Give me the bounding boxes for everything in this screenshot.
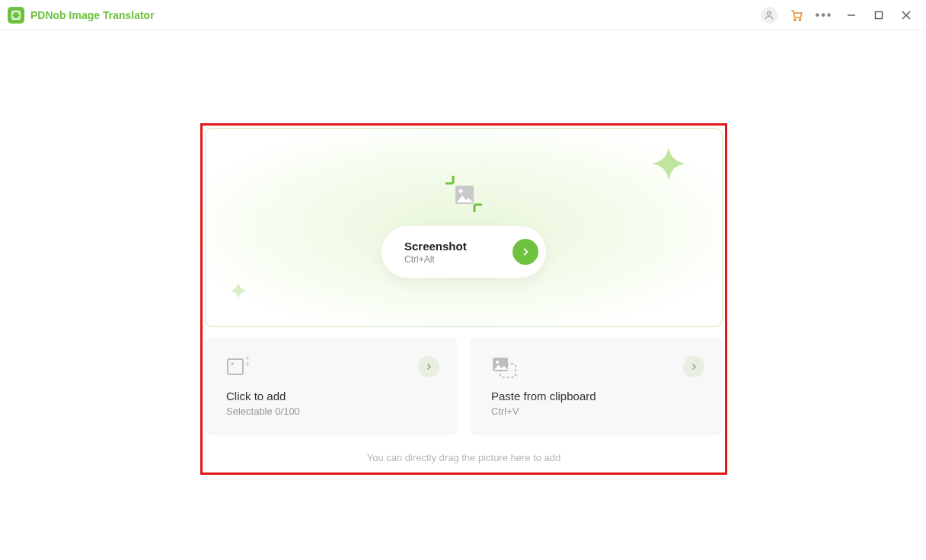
close-button[interactable] xyxy=(892,2,920,29)
screenshot-pill[interactable]: Screenshot Ctrl+Alt xyxy=(382,226,546,278)
paste-card[interactable]: Paste from clipboard Ctrl+V xyxy=(470,338,723,435)
svg-text:+: + xyxy=(245,360,249,368)
main-area: Screenshot Ctrl+Alt + + xyxy=(0,30,926,560)
titlebar: PDNob Image Translator ••• xyxy=(0,0,926,30)
screenshot-card[interactable]: Screenshot Ctrl+Alt xyxy=(205,128,723,327)
screenshot-title: Screenshot xyxy=(404,240,512,253)
app-logo xyxy=(8,7,24,24)
user-icon xyxy=(761,7,778,24)
screenshot-go-button[interactable] xyxy=(512,239,538,265)
more-button[interactable]: ••• xyxy=(810,2,838,29)
maximize-button[interactable] xyxy=(865,2,892,29)
cart-button[interactable] xyxy=(783,2,810,29)
cards-row: + + Click to add Selectable 0/100 xyxy=(205,338,723,435)
chevron-right-icon xyxy=(520,247,531,257)
minimize-icon xyxy=(847,11,856,20)
svg-point-11 xyxy=(231,362,234,365)
paste-title: Paste from clipboard xyxy=(491,390,701,402)
cart-icon xyxy=(790,8,803,22)
screenshot-shortcut: Ctrl+Alt xyxy=(404,254,512,265)
more-icon: ••• xyxy=(816,8,833,22)
svg-rect-5 xyxy=(876,11,883,18)
click-to-add-sub: Selectable 0/100 xyxy=(226,406,436,417)
sparkle-icon xyxy=(652,147,685,180)
user-button[interactable] xyxy=(755,2,783,29)
drag-hint: You can directly drag the picture here t… xyxy=(205,452,723,463)
svg-rect-0 xyxy=(12,11,21,19)
sparkle-icon xyxy=(230,282,247,299)
maximize-icon xyxy=(874,11,883,20)
add-image-icon: + + xyxy=(226,356,436,382)
click-to-add-card[interactable]: + + Click to add Selectable 0/100 xyxy=(205,338,458,435)
svg-point-1 xyxy=(768,11,771,15)
svg-point-9 xyxy=(459,189,463,193)
svg-point-15 xyxy=(496,361,499,364)
svg-point-3 xyxy=(799,18,800,20)
minimize-button[interactable] xyxy=(838,2,865,29)
paste-go[interactable] xyxy=(683,356,704,377)
close-icon xyxy=(902,11,911,20)
chevron-right-icon xyxy=(424,362,433,371)
crop-image-icon xyxy=(442,173,485,215)
click-to-add-title: Click to add xyxy=(226,390,436,402)
app-title: PDNob Image Translator xyxy=(30,9,155,21)
svg-rect-10 xyxy=(228,359,243,374)
paste-shortcut: Ctrl+V xyxy=(491,406,701,417)
svg-point-2 xyxy=(794,18,796,20)
content: Screenshot Ctrl+Alt + + xyxy=(205,128,723,463)
clipboard-image-icon xyxy=(491,356,701,382)
chevron-right-icon xyxy=(689,362,698,371)
click-to-add-go[interactable] xyxy=(418,356,439,377)
